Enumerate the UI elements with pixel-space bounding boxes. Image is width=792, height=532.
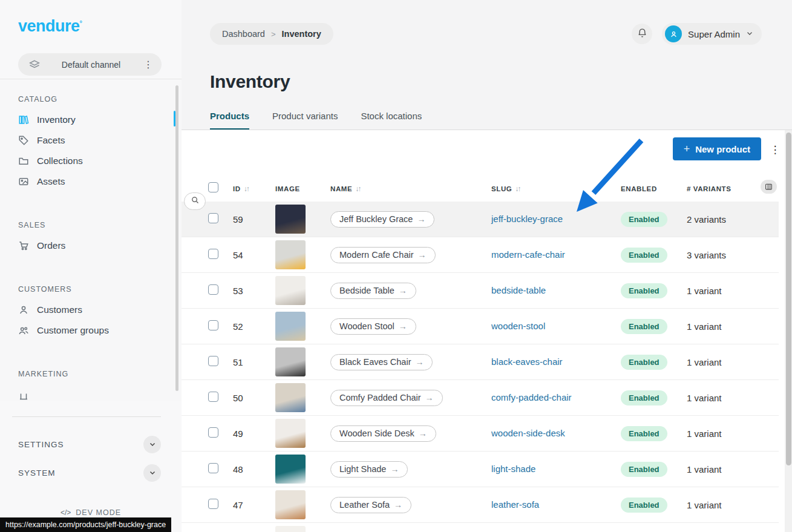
- table-row: 49 Wooden Side Desk → wooden-side-desk E…: [182, 416, 779, 452]
- product-name-chip[interactable]: Leather Sofa →: [330, 497, 411, 513]
- notifications-button[interactable]: [632, 24, 652, 44]
- main-area: Dashboard > Inventory Super Admin: [182, 0, 792, 532]
- variant-count: 2 variants: [687, 214, 779, 225]
- product-slug-link[interactable]: leather-sofa: [491, 499, 539, 510]
- breadcrumb-dashboard[interactable]: Dashboard: [222, 29, 265, 39]
- product-name-chip[interactable]: Black Eaves Chair →: [330, 354, 433, 370]
- product-name: Bedside Table: [339, 286, 394, 295]
- product-slug-link[interactable]: jeff-buckley-grace: [491, 214, 563, 224]
- tab-stock-locations[interactable]: Stock locations: [361, 111, 422, 130]
- section-customers: CUSTOMERS: [18, 285, 163, 294]
- sidebar-item-facets[interactable]: Facets: [0, 130, 182, 151]
- table-row: 59 Jeff Buckley Grace → jeff-buckley-gra…: [182, 202, 779, 237]
- row-checkbox[interactable]: [208, 284, 218, 295]
- arrow-right-icon: →: [394, 500, 402, 510]
- tab-products[interactable]: Products: [210, 111, 249, 130]
- sidebar-item-clipped[interactable]: [0, 384, 182, 401]
- tab-bar: Products Product variants Stock location…: [182, 111, 792, 130]
- channel-menu-icon[interactable]: ⋮: [142, 60, 154, 70]
- vendure-logo: vendure°: [18, 17, 82, 36]
- sidebar-nav: CATALOG Inventory Facets Collections: [0, 79, 182, 401]
- sort-slug-icon[interactable]: ↓↑: [515, 185, 520, 193]
- product-name-chip[interactable]: Jeff Buckley Grace →: [330, 211, 434, 228]
- product-name-chip[interactable]: Wooden Side Desk →: [330, 425, 436, 442]
- sidebar-item-customers[interactable]: Customers: [0, 300, 182, 320]
- section-sales: SALES: [18, 221, 163, 229]
- product-id: 51: [233, 357, 275, 367]
- arrow-right-icon: →: [425, 393, 434, 402]
- product-name-chip[interactable]: Modern Cafe Chair →: [330, 247, 436, 263]
- sidebar-item-customer-groups[interactable]: Customer groups: [0, 320, 182, 341]
- plus-icon: +: [684, 143, 690, 156]
- system-accordion[interactable]: SYSTEM: [18, 461, 161, 484]
- variant-count: 1 variant: [687, 357, 779, 367]
- search-button[interactable]: [184, 192, 206, 210]
- toolbar-menu-icon[interactable]: ⋮: [768, 142, 782, 157]
- section-marketing: MARKETING: [18, 370, 163, 378]
- code-icon: </>: [61, 508, 71, 517]
- table-row: 53 Bedside Table → bedside-table Enabled…: [182, 273, 779, 309]
- sidebar-item-assets[interactable]: Assets: [0, 171, 182, 192]
- row-checkbox[interactable]: [208, 320, 218, 330]
- status-badge: Enabled: [621, 212, 667, 227]
- status-badge: Enabled: [621, 390, 667, 406]
- arrow-right-icon: →: [390, 464, 399, 474]
- breadcrumb: Dashboard > Inventory: [210, 23, 333, 45]
- product-name-chip[interactable]: Wooden Stool →: [330, 318, 416, 335]
- row-checkbox[interactable]: [208, 463, 218, 473]
- product-image: [275, 312, 306, 341]
- sort-id-icon[interactable]: ↓↑: [244, 185, 249, 193]
- product-image: [275, 205, 306, 234]
- row-checkbox[interactable]: [208, 499, 218, 509]
- product-name: Modern Cafe Chair: [339, 250, 414, 260]
- product-slug-link[interactable]: bedside-table: [491, 285, 546, 295]
- row-checkbox[interactable]: [208, 356, 218, 366]
- product-image: [275, 490, 306, 519]
- section-catalog: CATALOG: [18, 95, 163, 103]
- select-all-checkbox[interactable]: [208, 182, 218, 192]
- status-badge: Enabled: [621, 283, 667, 298]
- status-badge: Enabled: [621, 426, 667, 441]
- row-checkbox[interactable]: [208, 392, 218, 402]
- sort-name-icon[interactable]: ↓↑: [355, 185, 360, 193]
- person-icon: [18, 304, 29, 315]
- variant-count: 1 variant: [687, 464, 779, 475]
- breadcrumb-separator: >: [271, 30, 276, 39]
- product-id: 47: [233, 500, 275, 510]
- channel-selector[interactable]: Default channel ⋮: [18, 53, 162, 76]
- folder-icon: [18, 156, 29, 166]
- tab-product-variants[interactable]: Product variants: [272, 111, 338, 130]
- product-id: 49: [233, 429, 275, 439]
- product-name-chip[interactable]: Light Shade →: [330, 461, 408, 478]
- product-slug-link[interactable]: comfy-padded-chair: [491, 392, 572, 402]
- product-slug-link[interactable]: black-eaves-chair: [491, 356, 563, 367]
- product-name-chip[interactable]: Comfy Padded Chair →: [330, 390, 443, 406]
- arrow-right-icon: →: [419, 429, 427, 438]
- content-scrollbar[interactable]: [785, 130, 792, 532]
- product-slug-link[interactable]: wooden-side-desk: [491, 428, 565, 438]
- new-product-button[interactable]: + New product: [673, 137, 761, 160]
- product-image: [275, 347, 306, 376]
- product-slug-link[interactable]: modern-cafe-chair: [491, 249, 565, 260]
- product-name-chip[interactable]: Bedside Table →: [330, 283, 416, 299]
- chevron-down-icon[interactable]: [143, 436, 161, 453]
- product-slug-link[interactable]: light-shade: [491, 464, 535, 474]
- row-checkbox[interactable]: [208, 249, 218, 259]
- settings-accordion[interactable]: SETTINGS: [18, 433, 161, 456]
- table-row: [182, 523, 779, 532]
- scrollbar-thumb[interactable]: [786, 133, 791, 465]
- row-checkbox[interactable]: [208, 213, 218, 223]
- column-settings-button[interactable]: [761, 180, 777, 194]
- chevron-down-icon[interactable]: [143, 464, 161, 482]
- status-badge: Enabled: [621, 319, 667, 334]
- product-image: [275, 276, 306, 305]
- sidebar-item-collections[interactable]: Collections: [0, 151, 182, 171]
- user-menu[interactable]: Super Admin: [662, 23, 762, 45]
- row-checkbox[interactable]: [208, 427, 218, 438]
- sidebar-scrollbar-thumb[interactable]: [175, 85, 178, 391]
- product-id: 50: [233, 393, 275, 403]
- sidebar-item-inventory[interactable]: Inventory: [0, 110, 182, 130]
- product-slug-link[interactable]: wooden-stool: [491, 321, 545, 331]
- dev-mode-toggle[interactable]: </>DEV MODE: [0, 508, 182, 517]
- sidebar-item-orders[interactable]: Orders: [0, 235, 182, 256]
